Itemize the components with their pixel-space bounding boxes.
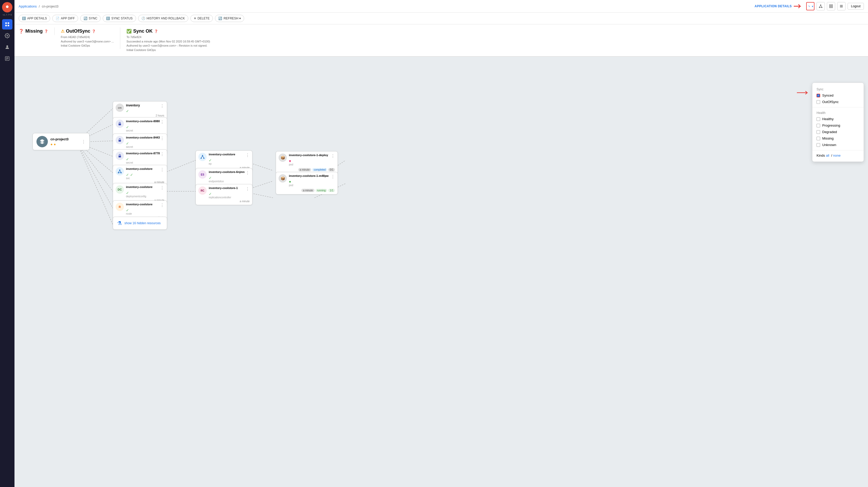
svg-rect-17	[830, 5, 831, 6]
sidebar-item-user[interactable]	[2, 42, 12, 52]
kinds-none-link[interactable]: none	[833, 153, 841, 157]
dc-menu[interactable]: ⋮	[160, 185, 164, 190]
sync-initial: Initial Coolstore GitOps	[61, 44, 114, 48]
network-ep-icon	[200, 154, 205, 159]
node-svc[interactable]: inventory-coolstore ⋮ ✓ ✓ svc a minute	[113, 165, 167, 186]
logout-button[interactable]: Logout	[847, 3, 864, 9]
route-menu[interactable]: ⋮	[160, 203, 164, 208]
breadcrumb-applications[interactable]: Applications	[19, 4, 37, 8]
svc-icon	[116, 167, 124, 175]
node-deploy[interactable]: 📦 inventory-coolstore-1-deploy ⋮ ♥ pod a…	[276, 151, 338, 174]
sidebar-item-docs[interactable]	[2, 53, 12, 64]
layers-icon	[39, 139, 45, 144]
degraded-checkbox[interactable]	[816, 130, 820, 134]
svg-rect-19	[830, 6, 831, 8]
sidebar-item-settings[interactable]	[2, 31, 12, 41]
dc-type: deploymentconfig	[126, 195, 164, 198]
missing-checkbox[interactable]	[816, 137, 820, 140]
svg-line-32	[76, 142, 113, 225]
show-hidden-node[interactable]: ⚗ show 16 hidden resources	[113, 217, 167, 230]
healthy-checkbox[interactable]	[816, 117, 820, 121]
svg-line-33	[164, 160, 195, 173]
pod-running-badge: running	[315, 189, 327, 192]
secret-8778-menu[interactable]: ⋮	[160, 152, 164, 156]
node-inventory-name: inventory	[126, 104, 140, 107]
network-topology-button[interactable]	[816, 2, 825, 10]
root-node[interactable]: cn-project3 ● ● ⋮	[33, 133, 90, 150]
filter-healthy[interactable]: Healthy	[812, 116, 864, 122]
app-details-button[interactable]: ℹ️ APP DETAILS	[19, 15, 50, 22]
filter-synced[interactable]: ✓ Synced	[812, 92, 864, 98]
pod-menu[interactable]: ⋮	[331, 174, 335, 179]
pod-heart-icon: ♥	[289, 180, 291, 184]
kinds-row: Kinds all / none	[812, 152, 864, 159]
network-icon	[818, 4, 823, 8]
kinds-all-link[interactable]: all	[826, 153, 829, 157]
rc-name: inventory-coolstore-1	[209, 187, 238, 191]
octopus-icon	[4, 4, 10, 10]
ep-menu[interactable]: ⋮	[245, 153, 250, 158]
sync-status-button[interactable]: ℹ️ SYNC STATUS	[103, 15, 136, 22]
secret-8443-menu[interactable]: ⋮	[160, 136, 164, 141]
filter-outofsync[interactable]: OutOfSync	[812, 98, 864, 105]
node-pod[interactable]: 📦 inventory-coolstore-1-m48pw ⋮ ♥ pod a …	[276, 172, 338, 195]
es-icon: ES	[198, 170, 207, 179]
svg-point-6	[6, 45, 8, 47]
svc-menu[interactable]: ⋮	[160, 167, 164, 172]
deploy-menu[interactable]: ⋮	[331, 153, 335, 159]
svg-point-0	[6, 5, 8, 8]
delete-button[interactable]: ✕ DELETE	[190, 15, 213, 22]
degraded-label: Degraded	[822, 130, 837, 134]
secret-8778-icon	[116, 152, 124, 160]
svg-rect-40	[119, 123, 121, 125]
secret-8080-menu[interactable]: ⋮	[160, 120, 164, 124]
secret-8778-name: inventory-coolstore-8778	[126, 152, 160, 156]
sync-section-title: Sync	[812, 86, 864, 92]
rc-icon: RC	[198, 187, 207, 195]
deploy-completed-badge: completed	[312, 168, 327, 171]
rc-time: a minute	[198, 200, 250, 203]
secret-8443-type: secret	[126, 145, 164, 148]
secret-8443-status: ✓	[126, 141, 129, 145]
secret-8778-status: ✓	[126, 157, 129, 161]
history-button[interactable]: 🕐 HISTORY AND ROLLBACK	[138, 15, 188, 22]
progressing-label: Progressing	[822, 123, 840, 127]
svg-rect-41	[119, 140, 121, 142]
es-menu[interactable]: ⋮	[245, 170, 250, 175]
rc-menu[interactable]: ⋮	[245, 187, 250, 191]
unknown-checkbox[interactable]	[816, 143, 820, 147]
filter-unknown[interactable]: Unknown	[812, 142, 864, 148]
filter-progressing[interactable]: Progressing	[812, 122, 864, 129]
synced-checkbox[interactable]: ✓	[816, 94, 820, 97]
running-pod-icon: 📦	[279, 174, 287, 182]
secret-8443-name: inventory-coolstore-8443	[126, 136, 160, 141]
root-node-menu[interactable]: ⋮	[82, 139, 86, 144]
svg-rect-18	[832, 5, 833, 6]
filter-button[interactable]: ▾	[806, 2, 814, 10]
node-rc[interactable]: RC inventory-coolstore-1 ⋮ ✓ replication…	[195, 184, 252, 205]
list-view-button[interactable]	[827, 2, 835, 10]
dc-name: inventory-coolstore	[126, 185, 153, 190]
refresh-button[interactable]: 🔄 REFRESH ▾	[215, 15, 244, 22]
filter-icon	[808, 4, 812, 8]
node-inventory-cm[interactable]: cm inventory ⋮ ✓ 2 hours	[113, 101, 167, 119]
table-view-button[interactable]	[837, 2, 845, 10]
outofsync-checkbox[interactable]	[816, 100, 820, 104]
sync-button[interactable]: 🔄 SYNC	[80, 15, 101, 22]
lock-8778-icon	[118, 154, 122, 158]
logo-icon	[2, 2, 12, 12]
filter-missing[interactable]: Missing	[812, 135, 864, 142]
app-diff-button[interactable]: 📄 APP DIFF	[52, 15, 78, 22]
sync-help-icon: ❓	[92, 30, 96, 33]
root-node-name: cn-project3	[51, 137, 68, 141]
node-inventory-cm-menu[interactable]: ⋮	[160, 104, 164, 109]
progressing-checkbox[interactable]	[816, 124, 820, 127]
user-icon	[5, 45, 10, 50]
sidebar-item-apps[interactable]	[2, 19, 12, 30]
show-hidden-label[interactable]: show 16 hidden resources	[124, 221, 161, 225]
filter-funnel-icon: ⚗	[117, 220, 122, 226]
route-icon: R	[116, 203, 124, 211]
svg-line-31	[76, 142, 113, 208]
filter-degraded[interactable]: Degraded	[812, 129, 864, 135]
status-bar: ❓ Missing ❓ ⚠ OutOfSync ❓ From HEAD (7d5…	[14, 24, 868, 57]
